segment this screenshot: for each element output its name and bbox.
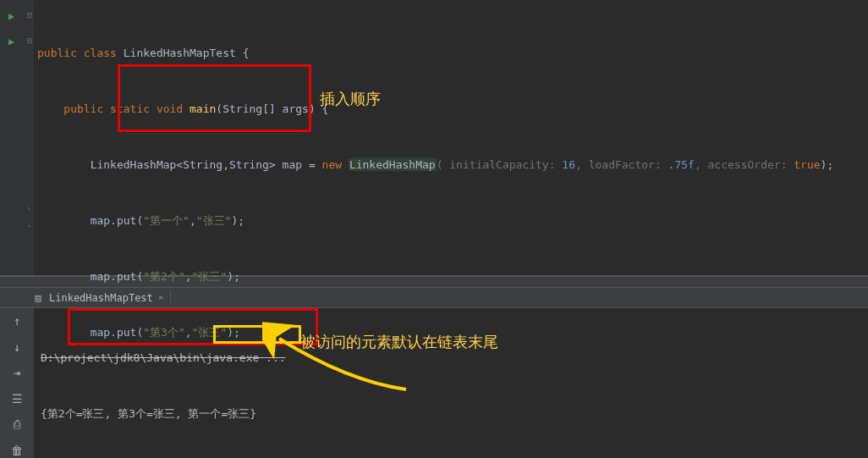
highlight-box-accessed — [213, 325, 301, 344]
run-main-icon[interactable]: ▶ — [8, 36, 14, 47]
console-stdout-line: {第2个=张三, 第3个=张三, 第一个=张三} — [41, 405, 861, 423]
code-editor[interactable]: ▶ ▶ ⊟ ⊟ ⌞ ⌞ public class LinkedHashMapTe… — [0, 0, 868, 276]
soft-wrap-button[interactable]: ⇥ — [8, 365, 26, 381]
console-output[interactable]: D:\project\jdk8\Java\bin\java.exe ... {第… — [34, 308, 868, 458]
print-button[interactable]: ⎙ — [8, 417, 26, 433]
fold-end-icon: ⌞ — [27, 218, 32, 228]
console-toolbar: ↑ ↓ ⇥ ☰ ⎙ 🗑 — [0, 308, 34, 458]
scroll-down-button[interactable]: ↓ — [8, 339, 26, 356]
clear-button[interactable]: 🗑 — [8, 443, 26, 459]
code-line: LinkedHashMap<String,String> map = new L… — [37, 156, 865, 174]
fold-end-icon: ⌞ — [27, 201, 32, 211]
fold-icon[interactable]: ⊟ — [27, 10, 32, 19]
code-line: map.put("第一个","张三"); — [37, 212, 865, 230]
tree-view-button[interactable]: ☰ — [8, 391, 26, 407]
scroll-up-button[interactable]: ↑ — [8, 313, 26, 329]
run-console: ↑ ↓ ⇥ ☰ ⎙ 🗑 D:\project\jdk8\Java\bin\jav… — [0, 308, 868, 458]
fold-icon[interactable]: ⊟ — [27, 36, 32, 45]
highlight-box-insert — [118, 64, 311, 132]
code-line: public class LinkedHashMapTest { — [37, 44, 865, 63]
annotation-insert-order: 插入顺序 — [320, 90, 381, 108]
annotation-tail: 被访问的元素默认在链表末尾 — [300, 332, 498, 352]
editor-body[interactable]: public class LinkedHashMapTest { public … — [34, 0, 868, 275]
run-class-icon[interactable]: ▶ — [8, 10, 14, 22]
highlight-box-output — [68, 308, 318, 345]
code-line: map.put("第2个","张三"); — [37, 268, 865, 286]
editor-gutter: ▶ ▶ ⊟ ⊟ ⌞ ⌞ — [0, 0, 34, 275]
code-line: public static void main(String[] args) { — [37, 100, 865, 119]
